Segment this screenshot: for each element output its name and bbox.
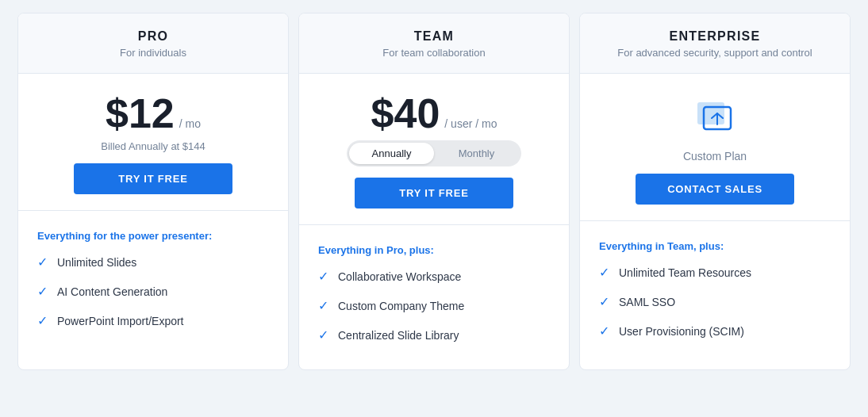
team-features-heading: Everything in Pro, plus: [318,244,550,256]
custom-plan-label: Custom Plan [683,150,747,163]
check-icon-e1: ✓ [599,265,609,280]
enterprise-feature-1: ✓ Unlimited Team Resources [599,265,831,280]
team-feature-1: ✓ Collaborative Workspace [318,269,550,284]
team-header: TEAM For team collaboration [299,13,569,74]
pro-billed-note: Billed Annually at $144 [101,140,205,152]
enterprise-feature-2: ✓ SAML SSO [599,294,831,309]
enterprise-feature-label-1: Unlimited Team Resources [619,266,751,279]
plan-card-team: TEAM For team collaboration $40 / user /… [298,13,570,370]
team-feature-3: ✓ Centralized Slide Library [318,327,550,342]
pro-header: PRO For individuals [18,13,288,74]
pro-features: Everything for the power presenter: ✓ Un… [18,211,288,355]
enterprise-plan-tagline: For advanced security, support and contr… [599,47,831,59]
enterprise-cta-button[interactable]: CONTACT SALES [636,174,794,205]
check-icon-e2: ✓ [599,294,609,309]
pro-price-row: $12 / mo [106,93,201,134]
pro-plan-name: PRO [37,29,269,44]
pro-feature-3: ✓ PowerPoint Import/Export [37,313,269,328]
pricing-container: PRO For individuals $12 / mo Billed Annu… [13,13,855,370]
toggle-monthly[interactable]: Monthly [434,143,519,164]
team-plan-tagline: For team collaboration [318,47,550,59]
check-icon-t3: ✓ [318,327,328,342]
enterprise-pricing: Custom Plan CONTACT SALES [580,74,850,221]
team-price-amount: $40 [371,93,440,134]
plan-card-enterprise: ENTERPRISE For advanced security, suppor… [579,13,851,370]
svg-rect-0 [697,102,724,124]
team-pricing: $40 / user / mo Annually Monthly TRY IT … [299,74,569,225]
plan-card-pro: PRO For individuals $12 / mo Billed Annu… [17,13,289,370]
enterprise-feature-3: ✓ User Provisioning (SCIM) [599,323,831,339]
pro-feature-label-2: AI Content Generation [57,285,167,298]
team-features: Everything in Pro, plus: ✓ Collaborative… [299,225,569,369]
enterprise-feature-label-2: SAML SSO [619,296,675,308]
team-feature-label-3: Centralized Slide Library [338,329,459,342]
team-feature-2: ✓ Custom Company Theme [318,298,550,313]
pro-price-amount: $12 [106,93,175,134]
billing-toggle[interactable]: Annually Monthly [347,140,521,166]
check-icon-t1: ✓ [318,269,328,284]
team-feature-label-1: Collaborative Workspace [338,270,461,283]
team-feature-label-2: Custom Company Theme [338,300,464,312]
check-icon-1: ✓ [37,254,48,270]
team-plan-name: TEAM [318,29,550,44]
check-icon-e3: ✓ [599,323,609,339]
enterprise-feature-label-3: User Provisioning (SCIM) [619,325,744,338]
check-icon-3: ✓ [37,313,48,328]
pro-feature-1: ✓ Unlimited Slides [37,254,269,270]
check-icon-2: ✓ [37,284,48,299]
enterprise-header: ENTERPRISE For advanced security, suppor… [580,13,850,74]
enterprise-icon [691,93,739,143]
enterprise-features-heading: Everything in Team, plus: [599,240,831,252]
pro-feature-label-3: PowerPoint Import/Export [57,315,184,327]
enterprise-features: Everything in Team, plus: ✓ Unlimited Te… [580,221,850,365]
pro-features-heading: Everything for the power presenter: [37,230,269,242]
toggle-annually[interactable]: Annually [349,143,434,164]
pro-pricing: $12 / mo Billed Annually at $144 TRY IT … [18,74,288,211]
check-icon-t2: ✓ [318,298,328,313]
pro-price-period: / mo [179,117,201,130]
pro-plan-tagline: For individuals [37,47,269,59]
enterprise-plan-name: ENTERPRISE [599,29,831,44]
pro-feature-2: ✓ AI Content Generation [37,284,269,299]
team-price-period: / user / mo [444,117,497,130]
team-price-row: $40 / user / mo [371,93,497,134]
pro-feature-label-1: Unlimited Slides [57,256,136,269]
pro-cta-button[interactable]: TRY IT FREE [74,163,232,194]
team-cta-button[interactable]: TRY IT FREE [355,178,513,208]
